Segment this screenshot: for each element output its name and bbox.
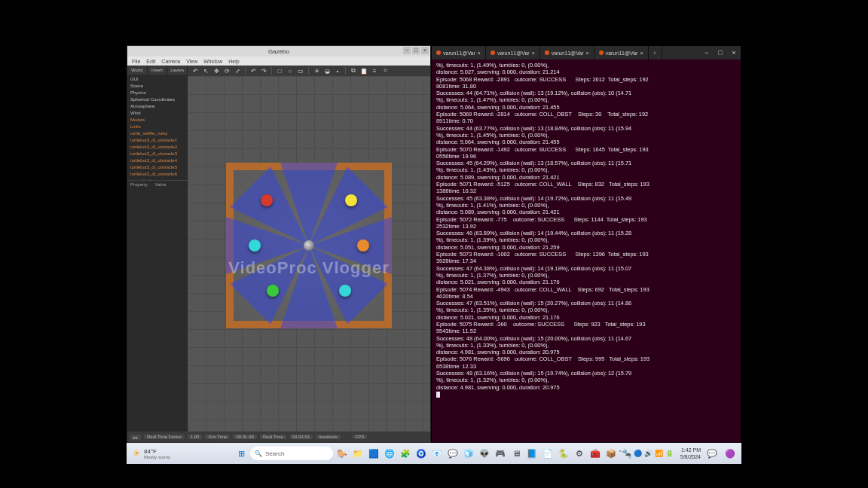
taskbar-app-icon[interactable]: 📘 xyxy=(525,447,539,460)
tree-item[interactable]: GUI xyxy=(130,76,185,83)
tray-icon[interactable]: 🔵 xyxy=(634,450,642,457)
sidetab-world[interactable]: World xyxy=(127,66,148,75)
tree-item[interactable]: Wind xyxy=(130,110,185,117)
close-tab-icon[interactable]: × xyxy=(532,50,535,56)
taskbar-app-icon[interactable]: 📧 xyxy=(430,447,444,460)
taskbar-app-icon[interactable]: 🧿 xyxy=(414,447,428,460)
tree-item[interactable]: Scene xyxy=(130,83,185,90)
maximize-button[interactable]: □ xyxy=(412,47,420,54)
gazebo-toolbar[interactable]: ↶↖✥⟳⤢↶↷□○▭☀◒•⧉📋≡⌗ xyxy=(188,66,430,76)
cursor-icon[interactable]: ↖ xyxy=(201,66,210,75)
close-tab-icon[interactable]: × xyxy=(640,50,643,56)
tree-item[interactable]: turtlebot3_dl_obstacle1 xyxy=(130,137,185,144)
cube-icon[interactable]: □ xyxy=(275,66,284,75)
taskbar-app-icon[interactable]: ⚙ xyxy=(573,447,586,460)
tree-item[interactable]: turtlebot3_dl_obstacle2 xyxy=(130,144,185,151)
taskbar-app-icon[interactable]: 📦 xyxy=(604,447,618,460)
tree-item[interactable]: turtlebot3_dl_obstacle5 xyxy=(130,164,185,171)
terminal-tab[interactable]: varun11@Var × xyxy=(432,46,486,59)
clock[interactable]: 1:42 PM 5/8/2024 xyxy=(680,447,701,460)
side-tabs[interactable]: WorldInsertLayers xyxy=(127,66,188,75)
taskbar-app-icon[interactable]: 🐎 xyxy=(335,447,349,460)
maximize-button[interactable]: □ xyxy=(714,46,727,59)
taskbar-app-icon[interactable]: 🧊 xyxy=(462,447,475,460)
tree-item[interactable]: turtlebot3_dl_obstacle3 xyxy=(130,151,185,157)
cyl-icon[interactable]: ▭ xyxy=(296,66,305,75)
minimize-button[interactable]: − xyxy=(700,46,714,59)
play-pause-button[interactable]: ▸▸ xyxy=(130,435,141,440)
menu-help[interactable]: Help xyxy=(228,59,239,64)
close-tab-icon[interactable]: × xyxy=(586,50,589,56)
scale-icon[interactable]: ⤢ xyxy=(233,66,242,75)
sidetab-layers[interactable]: Layers xyxy=(167,66,188,75)
terminal-tabbar[interactable]: varun11@Var ×varun11@Var ×varun11@Var ×v… xyxy=(432,46,741,59)
new-tab-button[interactable]: + xyxy=(649,46,662,59)
taskbar-app-icon[interactable]: 🎮 xyxy=(494,447,507,460)
sidetab-insert[interactable]: Insert xyxy=(148,66,168,75)
copilot-icon[interactable]: 🟣 xyxy=(723,447,737,460)
menu-view[interactable]: View xyxy=(186,59,197,64)
terminal-output[interactable]: %), timeouts: 1, (1.49%), tumbles: 0, (0… xyxy=(432,59,741,442)
paste-icon[interactable]: 📋 xyxy=(359,66,368,75)
tray-icon[interactable]: ˄ xyxy=(619,450,622,457)
world-tree[interactable]: GUIScenePhysicsSpherical CoordinatesAtmo… xyxy=(127,75,188,180)
align-icon[interactable]: ≡ xyxy=(370,66,379,75)
tree-item[interactable]: Atmosphere xyxy=(130,103,185,110)
rotate-icon[interactable]: ⟳ xyxy=(222,66,231,75)
notifications-icon[interactable]: 💬 xyxy=(705,447,719,460)
weather-widget[interactable]: ☀ 84°F Mostly sunny xyxy=(127,448,176,459)
system-tray[interactable]: ˄☁🔵🔊📶🔋 1:42 PM 5/8/2024 💬 🟣 xyxy=(619,447,737,460)
tray-icon[interactable]: 🔋 xyxy=(665,450,674,457)
terminal-line: Successes: 47 (64.38%), collision (wall)… xyxy=(436,265,736,272)
undo-icon[interactable]: ↶ xyxy=(249,66,258,75)
taskbar-app-icon[interactable]: 🧩 xyxy=(399,447,412,460)
spot-icon[interactable]: ◒ xyxy=(322,66,332,75)
start-button[interactable]: ⊞ xyxy=(234,447,248,460)
tree-item[interactable]: Spherical Coordinates xyxy=(130,96,185,103)
menu-camera[interactable]: Camera xyxy=(161,59,180,64)
windows-taskbar[interactable]: ☀ 84°F Mostly sunny ⊞🔍Search🐎📁🟦🌐🧩🧿📧💬🧊👽🎮🖥… xyxy=(127,443,741,464)
tree-item[interactable]: Physics xyxy=(130,90,185,96)
tree-item[interactable]: turtlebot3_dl_obstacle6 xyxy=(130,171,185,178)
taskbar-app-icon[interactable]: 🐍 xyxy=(557,447,570,460)
tree-item[interactable]: Links xyxy=(130,124,185,130)
move-icon[interactable]: ✥ xyxy=(212,66,221,75)
sphere-icon[interactable]: ○ xyxy=(286,66,295,75)
terminal-tab[interactable]: varun11@Var × xyxy=(540,46,594,59)
snap-icon[interactable]: ⌗ xyxy=(381,66,390,75)
tray-icon[interactable]: 📶 xyxy=(655,450,663,457)
minimize-button[interactable]: − xyxy=(403,47,411,54)
terminal-tab[interactable]: varun11@Var × xyxy=(594,46,649,59)
taskbar-search[interactable]: 🔍Search xyxy=(250,447,333,460)
tray-icon[interactable]: ☁ xyxy=(625,450,631,457)
close-button[interactable]: × xyxy=(727,46,741,59)
tree-item[interactable]: turtle_waffle_noisy xyxy=(130,130,185,137)
taskbar-app-icon[interactable]: 👽 xyxy=(478,447,491,460)
taskbar-app-icon[interactable]: 🧰 xyxy=(588,447,602,460)
redo-icon[interactable]: ↷ xyxy=(259,66,268,75)
gazebo-titlebar[interactable]: Gazebo − □ × xyxy=(127,46,430,56)
taskbar-app-icon[interactable]: 🌐 xyxy=(383,447,396,460)
gazebo-viewport[interactable]: ↶↖✥⟳⤢↶↷□○▭☀◒•⧉📋≡⌗ VideoProc Vlogger xyxy=(188,66,430,432)
taskbar-app-icon[interactable]: 💬 xyxy=(446,447,460,460)
gazebo-menubar[interactable]: FileEditCameraViewWindowHelp xyxy=(127,56,430,66)
terminal-tab[interactable]: varun11@Var × xyxy=(486,46,540,59)
copy-icon[interactable]: ⧉ xyxy=(349,66,358,75)
sun-icon[interactable]: ☀ xyxy=(312,66,321,75)
tree-item[interactable]: Models xyxy=(130,117,185,124)
close-button[interactable]: × xyxy=(421,47,429,54)
taskbar-app-icon[interactable]: 📄 xyxy=(541,447,555,460)
taskbar-app-icon[interactable]: 🟦 xyxy=(367,447,381,460)
obstacle-yellow xyxy=(345,194,357,206)
tray-icon[interactable]: 🔊 xyxy=(644,450,653,457)
menu-file[interactable]: File xyxy=(132,59,140,64)
menu-edit[interactable]: Edit xyxy=(146,59,155,64)
point-icon[interactable]: • xyxy=(333,66,342,75)
gazebo-statusbar[interactable]: ▸▸Real Time Factor1.00Sim Time00:31:48Re… xyxy=(127,432,430,442)
taskbar-app-icon[interactable]: 📁 xyxy=(351,447,365,460)
↶-icon[interactable]: ↶ xyxy=(191,66,200,75)
tree-item[interactable]: turtlebot3_dl_obstacle4 xyxy=(130,157,185,164)
taskbar-app-icon[interactable]: 🖥 xyxy=(509,447,523,460)
menu-window[interactable]: Window xyxy=(203,59,222,64)
close-tab-icon[interactable]: × xyxy=(478,50,481,56)
